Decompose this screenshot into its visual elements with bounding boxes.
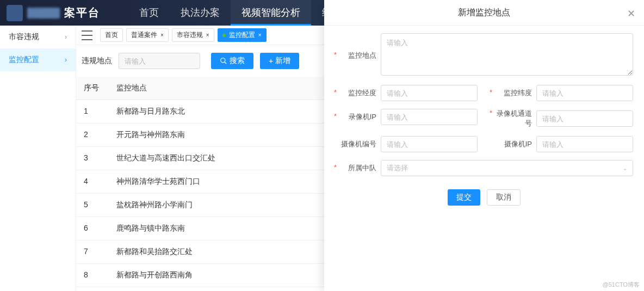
input-location[interactable] — [381, 33, 633, 76]
add-monitor-modal: 新增监控地点 ✕ 监控地点 监控经度 监控纬度 录像机IP — [324, 0, 644, 291]
cancel-button[interactable]: 取消 — [487, 189, 521, 206]
label-recorder-channel: 录像机通道号 — [491, 109, 536, 128]
label-lat: 监控纬度 — [491, 88, 536, 98]
label-recorder-ip: 录像机IP — [335, 112, 381, 122]
input-recorder-ip[interactable] — [381, 109, 478, 125]
submit-button[interactable]: 提交 — [448, 189, 480, 206]
watermark: @51CTO博客 — [603, 281, 640, 289]
modal-body: 监控地点 监控经度 监控纬度 录像机IP 录像机通道号 — [324, 26, 644, 213]
input-camera-no[interactable] — [381, 136, 478, 152]
modal-footer: 提交 取消 — [335, 189, 633, 206]
chevron-down-icon: ⌄ — [623, 165, 627, 171]
label-location: 监控地点 — [335, 51, 381, 60]
input-lat[interactable] — [536, 85, 633, 101]
label-lng: 监控经度 — [335, 88, 381, 98]
input-lng[interactable] — [381, 85, 478, 101]
label-camera-ip: 摄像机IP — [491, 139, 536, 149]
input-camera-ip[interactable] — [536, 136, 633, 152]
label-camera-no: 摄像机编号 — [335, 139, 381, 149]
close-icon[interactable]: ✕ — [627, 8, 635, 20]
label-team: 所属中队 — [335, 163, 381, 173]
input-recorder-channel[interactable] — [536, 110, 633, 127]
modal-header: 新增监控地点 ✕ — [324, 0, 644, 26]
modal-title: 新增监控地点 — [458, 7, 510, 18]
select-team[interactable]: 请选择 ⌄ — [381, 160, 633, 176]
